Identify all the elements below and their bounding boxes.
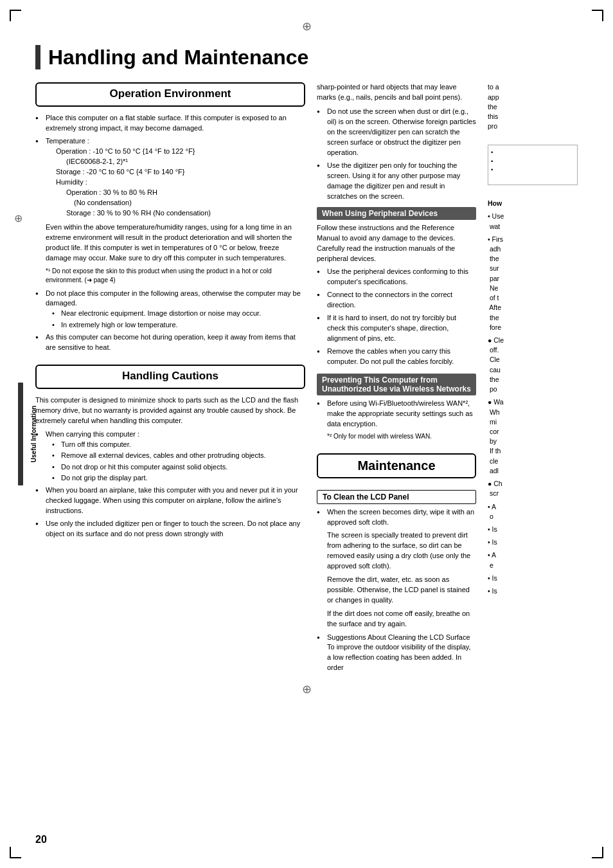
op-env-heat: As this computer can become hot during o… [35, 332, 305, 353]
left-reg-mark: ⊕ [14, 212, 22, 224]
bottom-reg-cross-icon: ⊕ [302, 682, 312, 696]
op-env-sub-2: In extremely high or low temperature. [52, 320, 305, 330]
far-right-how-4: ● Wa Wh mi cor by If th cle adl [488, 397, 578, 476]
far-right-how-9: • A e [488, 550, 578, 570]
humidity-operation: Operation : 30 % to 80 % RH [56, 188, 305, 198]
when-peripheral-intro: Follow these instructions and the Refere… [317, 223, 476, 264]
op-env-sub-1: Near electronic equipment. Image distort… [52, 309, 305, 318]
far-right-how-8: • Is [488, 538, 578, 547]
preventing-wireless-header: Preventing This Computer from Unauthoriz… [317, 374, 476, 395]
maintenance-title: Maintenance [324, 458, 468, 473]
bottom-reg-mark: ⊕ [0, 682, 613, 696]
when-peripheral-list: Use the peripheral devices conforming to… [317, 267, 476, 366]
peripheral-1: Use the peripheral devices conforming to… [317, 267, 476, 287]
far-right-box: ••• [488, 145, 578, 185]
page-number: 20 [35, 834, 47, 845]
operation-environment-section: Operation Environment [35, 82, 305, 107]
humidity-detail: Humidity : Operation : 30 % to 80 % RH (… [46, 177, 305, 219]
far-right-how-5: ● Ch scr [488, 479, 578, 498]
lcd-para3: If the dirt does not come off easily, br… [317, 609, 476, 629]
far-right-how-6: • A o [488, 502, 578, 521]
far-right-how-header: How [488, 199, 578, 208]
airplane-item: When you board an airplane, take this co… [35, 485, 305, 516]
reg-cross-icon: ⊕ [302, 19, 312, 33]
lcd-bullet-1: When the screen becomes dirty, wipe it w… [317, 507, 476, 528]
col-right-bullets: Do not use the screen when dust or dirt … [317, 107, 476, 201]
lcd-suggestion-1: Suggestions About Cleaning the LCD Surfa… [317, 633, 476, 674]
lcd-para1: The screen is specially treated to preve… [317, 530, 476, 572]
carry-4: Do not grip the display part. [52, 473, 305, 483]
peripheral-2: Connect to the connectors in the correct… [317, 290, 476, 311]
lcd-panel-header: To Clean the LCD Panel [317, 490, 476, 504]
peripheral-3: If it is hard to insert, do not try forc… [317, 313, 476, 344]
preventing-wireless-list: Before using Wi-Fi/Bluetooth/wireless WA… [317, 399, 476, 429]
far-right-how-7: • Is [488, 525, 578, 534]
lcd-para2: Remove the dirt, water, etc. as soon as … [317, 575, 476, 606]
when-peripheral-title: When Using Peripheral Devices [322, 209, 438, 218]
lcd-suggestions-list: Suggestions About Cleaning the LCD Surfa… [317, 633, 476, 674]
humidity-no-cond: (No condensation) [56, 198, 305, 208]
temperature-detail: Operation : -10 °C to 50 °C {14 °F to 12… [46, 147, 305, 177]
op-env-footnote1: *¹ Do not expose the skin to this produc… [35, 267, 305, 285]
page-title: Handling and Maintenance [35, 45, 578, 69]
carry-3: Do not drop or hit this computer against… [52, 462, 305, 472]
wireless-footnote: *² Only for model with wireless WAN. [317, 432, 476, 442]
digitizer-item: Use only the included digitizer pen or f… [35, 519, 305, 539]
col-far-right: to aappthethispro ••• How • Use wat • Fi… [488, 82, 578, 676]
carrying-sub-list: Turn off this computer. Remove all exter… [46, 440, 305, 484]
far-right-how-10: • Is [488, 574, 578, 583]
page: ⊕ ⊕ Useful Information 20 Handling and M… [0, 0, 613, 868]
col-right-top-text: sharp-pointed or hard objects that may l… [317, 82, 476, 103]
handling-cautions-title: Handling Cautions [43, 370, 298, 383]
op-env-list2: Do not place this computer in the follow… [35, 289, 305, 354]
handling-cautions-list: When carrying this computer : Turn off t… [35, 429, 305, 539]
carry-2: Remove all external devices, cables and … [52, 451, 305, 460]
main-columns: Operation Environment Place this compute… [35, 82, 578, 676]
side-binding [18, 383, 23, 485]
humidity-storage: Storage : 30 % to 90 % RH (No condensati… [56, 208, 305, 219]
carry-1: Turn off this computer. [52, 440, 305, 449]
when-peripheral-header: When Using Peripheral Devices [317, 207, 476, 220]
far-right-how-1: • Use wat [488, 212, 578, 231]
humidity-label: Humidity : [56, 177, 305, 188]
far-right-text: to aappthethispro [488, 82, 578, 131]
corner-mark-tl [10, 10, 21, 21]
col-right-bullet-2: Use the digitizer pen only for touching … [317, 161, 476, 202]
far-right-how-11: • Is [488, 586, 578, 596]
lcd-panel-title: To Clean the LCD Panel [323, 493, 409, 502]
col-right-bullet-1: Do not use the screen when dust or dirt … [317, 107, 476, 158]
op-env-item-1: Place this computer on a flat stable sur… [35, 113, 305, 134]
temp-operation: Operation : -10 °C to 50 °C {14 °F to 12… [56, 147, 305, 157]
corner-mark-br [592, 847, 603, 858]
temp-iec: (IEC60068-2-1, 2)*¹ [56, 157, 305, 167]
operation-environment-title: Operation Environment [43, 87, 298, 100]
col-left: Operation Environment Place this compute… [35, 82, 305, 676]
op-env-no-place: Do not place this computer in the follow… [35, 289, 305, 330]
handling-cautions-section: Handling Cautions [35, 365, 305, 389]
far-right-how-3: ● Cle off. Cle cau the po [488, 336, 578, 394]
op-env-para1: Even within the above temperature/humidi… [35, 222, 305, 264]
op-env-sub-list: Near electronic equipment. Image distort… [46, 309, 305, 330]
lcd-panel-list: When the screen becomes dirty, wipe it w… [317, 507, 476, 528]
temp-storage: Storage : -20 °C to 60 °C {4 °F to 140 °… [56, 167, 305, 177]
wireless-1: Before using Wi-Fi/Bluetooth/wireless WA… [317, 399, 476, 429]
op-env-item-2: Temperature : Operation : -10 °C to 50 °… [35, 136, 305, 219]
when-carrying: When carrying this computer : Turn off t… [35, 429, 305, 484]
op-env-list: Place this computer on a flat stable sur… [35, 113, 305, 218]
preventing-wireless-title: Preventing This Computer from Unauthoriz… [322, 375, 471, 393]
top-reg-mark: ⊕ [0, 19, 613, 33]
content-area: Handling and Maintenance Operation Envir… [35, 39, 578, 676]
peripheral-4: Remove the cables when you carry this co… [317, 347, 476, 367]
far-right-how-2: • Firs adh the sur par Ne of t Afte the … [488, 235, 578, 332]
maintenance-section: Maintenance [317, 453, 476, 478]
col-right: sharp-pointed or hard objects that may l… [317, 82, 476, 676]
corner-mark-bl [10, 847, 21, 858]
handling-cautions-intro: This computer is designed to minimize sh… [35, 395, 305, 426]
corner-mark-tr [592, 10, 603, 21]
